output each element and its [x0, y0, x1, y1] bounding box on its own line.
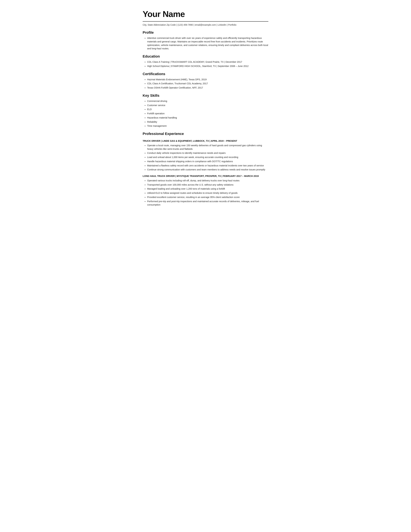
- profile-list: Attentive commercial truck driver with o…: [143, 37, 268, 50]
- job-title: TRUCK DRIVER | LINDE GAS & EQUIPMENT, LU…: [143, 139, 268, 143]
- job-title: LONG HAUL TRUCK DRIVER | MYSTIQUE TRANSP…: [143, 174, 268, 178]
- certification-item: Hazmat Materials Endorsement (HME), Texa…: [147, 78, 268, 81]
- job-item: Managed loading and unloading over 1,200…: [147, 187, 268, 191]
- skill-item: Commercial driving: [147, 99, 268, 103]
- job-item: Performed pre-trip and post-trip inspect…: [147, 200, 268, 207]
- resume-name: Your Name: [143, 8, 268, 20]
- professional-experience-section-title: Professional Experience: [143, 131, 268, 136]
- job-item: Continue strong communication with custo…: [147, 168, 268, 171]
- certification-item: Texas OSHA Forklift Operator Certificati…: [147, 86, 268, 90]
- job-item: Operate a local route, managing over 150…: [147, 144, 268, 151]
- education-item: High School Diploma | STAMFORD HIGH SCHO…: [147, 65, 268, 68]
- certification-item: CDL Class A Certification, Trucksmart CD…: [147, 82, 268, 86]
- skill-item: Hazardous material handling: [147, 116, 268, 120]
- job-item: Maintained a flawless safety record with…: [147, 164, 268, 168]
- education-section-title: Education: [143, 54, 268, 59]
- key-skills-list: Commercial drivingCustomer serviceELDFor…: [143, 99, 268, 128]
- contact-info: City, State Abbreviation Zip Code | (123…: [143, 23, 268, 27]
- job-item: Handle hazardous material shipping order…: [147, 160, 268, 163]
- job-item: Conduct daily vehicle inspections to ide…: [147, 151, 268, 155]
- skill-item: Reliability: [147, 120, 268, 124]
- skill-item: Time management: [147, 124, 268, 128]
- skill-item: ELD: [147, 108, 268, 111]
- certifications-section-title: Certifications: [143, 71, 268, 76]
- skill-item: Customer service: [147, 104, 268, 107]
- job-item: Operated various trucks including roll-o…: [147, 179, 268, 182]
- job-item: Load and unload about 1,000 items per we…: [147, 156, 268, 159]
- job-list: Operate a local route, managing over 150…: [143, 144, 268, 171]
- job-item: Provided excellent customer service, res…: [147, 196, 268, 199]
- education-item: CDL Class A Training | TRUCKSMART CDL AC…: [147, 60, 268, 64]
- profile-section-title: Profile: [143, 30, 268, 35]
- skill-item: Forklift operation: [147, 112, 268, 115]
- header-divider: [143, 21, 268, 22]
- job-item: Utilized ELD to follow assigned routes a…: [147, 191, 268, 195]
- job-list: Operated various trucks including roll-o…: [143, 179, 268, 207]
- education-list: CDL Class A Training | TRUCKSMART CDL AC…: [143, 60, 268, 68]
- jobs-container: TRUCK DRIVER | LINDE GAS & EQUIPMENT, LU…: [143, 139, 268, 207]
- key-skills-section-title: Key Skills: [143, 93, 268, 98]
- job-item: Transported goods over 100,000 miles acr…: [147, 183, 268, 187]
- profile-item: Attentive commercial truck driver with o…: [147, 37, 268, 50]
- certifications-list: Hazmat Materials Endorsement (HME), Texa…: [143, 78, 268, 90]
